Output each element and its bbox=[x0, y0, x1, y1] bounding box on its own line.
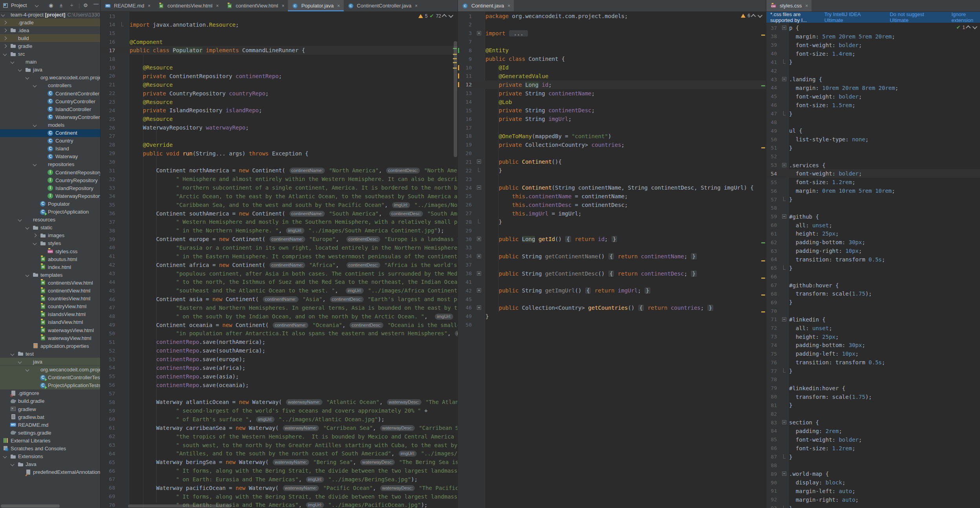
code-line-43[interactable]: 43 "populous continent, after Asia in bo… bbox=[101, 269, 458, 278]
tree-row-styles[interactable]: styles bbox=[0, 239, 100, 247]
code-line-63[interactable]: 63 " south west, to the north by the Gre… bbox=[101, 441, 458, 450]
line-number[interactable]: 19 bbox=[101, 65, 119, 71]
fold-region-toggle[interactable] bbox=[475, 286, 485, 295]
line-number[interactable]: 25 bbox=[458, 193, 475, 199]
code-line-41[interactable]: 41 " in the Eastern Hemisphere. It compr… bbox=[101, 252, 458, 261]
line-number[interactable]: 39 bbox=[766, 42, 780, 48]
line-number[interactable]: 88 bbox=[766, 462, 780, 468]
code-line-57[interactable]: 57 bbox=[101, 389, 458, 398]
fold-region-toggle[interactable] bbox=[475, 252, 485, 261]
code-line-49[interactable]: 49} bbox=[458, 312, 766, 321]
chevron-down-icon[interactable] bbox=[35, 4, 39, 7]
code-line-30[interactable]: 30 public Long getId() { return id; } bbox=[458, 235, 766, 243]
line-number[interactable]: 14 bbox=[101, 22, 119, 27]
code-line-45[interactable]: 45 "southeast and the Atlantic Ocean to … bbox=[101, 286, 458, 295]
code-line-10[interactable]: 10 @Id bbox=[458, 63, 766, 72]
tree-row-continentcontroller[interactable]: ContinentController bbox=[0, 90, 100, 97]
line-number[interactable]: 39 bbox=[101, 236, 119, 242]
code-line-1[interactable]: 1package org.wecancodeit.com.project.mod… bbox=[458, 12, 766, 20]
line-number[interactable]: 68 bbox=[101, 485, 119, 491]
line-number[interactable]: 70 bbox=[101, 502, 119, 508]
line-number[interactable]: 42 bbox=[101, 262, 119, 268]
line-number[interactable]: 45 bbox=[766, 93, 780, 99]
tab-populator-java[interactable]: Populator.java× bbox=[288, 0, 343, 11]
line-number[interactable]: 46 bbox=[458, 305, 475, 311]
line-number[interactable]: 34 bbox=[458, 253, 475, 259]
code-line-59[interactable]: 59#github { bbox=[766, 212, 980, 221]
code-line-24[interactable]: 24 public Continent(String continentName… bbox=[458, 183, 766, 192]
code-line-56[interactable]: 56 margin: 0rem 10rem 5rem 10rem; bbox=[766, 186, 980, 195]
tree-row-aboutus-html[interactable]: aboutus.html bbox=[0, 255, 100, 263]
tree-row-images[interactable]: images bbox=[0, 232, 100, 239]
line-number[interactable]: 37 bbox=[458, 262, 475, 268]
tree-chevron-icon[interactable] bbox=[32, 162, 37, 167]
code-line-51[interactable]: 51} bbox=[766, 144, 980, 152]
tab-continentview-html[interactable]: continentView.html× bbox=[222, 0, 288, 11]
tree-row-java[interactable]: java bbox=[0, 358, 100, 365]
code-line-60[interactable]: 60 " of Earth's surface ", imgUrl: "../i… bbox=[101, 415, 458, 424]
code-line-61[interactable]: 61 Waterway carribeanSea = new Waterway(… bbox=[101, 424, 458, 432]
line-number[interactable]: 64 bbox=[766, 256, 780, 262]
line-number[interactable]: 70 bbox=[766, 308, 780, 314]
line-number[interactable]: 52 bbox=[101, 348, 119, 354]
tree-chevron-icon[interactable] bbox=[2, 36, 7, 40]
code-line-27[interactable]: 27 bbox=[101, 132, 458, 141]
fold-region-toggle[interactable] bbox=[475, 29, 485, 38]
tree-row-team-4-project[interactable]: team-4-project [project]C:\Users\13304\D bbox=[0, 11, 100, 18]
line-number[interactable]: 32 bbox=[101, 176, 119, 182]
code-line-65[interactable]: 65 Waterway beringSea = new Waterway( wa… bbox=[101, 458, 458, 466]
line-number[interactable]: 29 bbox=[101, 150, 119, 156]
code-line-13[interactable]: 13 bbox=[101, 12, 458, 20]
code-line-38[interactable]: 38 public String getContinentDesc() { re… bbox=[458, 269, 766, 278]
line-number[interactable]: 2 bbox=[458, 22, 475, 27]
code-line-37[interactable]: 37 " Western Hemisphere and mostly in th… bbox=[101, 217, 458, 226]
code-line-22[interactable]: 22 private CountryRepository countryRepo… bbox=[101, 89, 458, 98]
code-line-83[interactable]: 83section { bbox=[766, 418, 980, 427]
line-number[interactable]: 71 bbox=[766, 316, 780, 322]
code-line-26[interactable]: 26 this.continentDesc = continentDesc; bbox=[458, 201, 766, 209]
code-line-92[interactable]: 92 margin-right: auto; bbox=[766, 495, 980, 504]
horizontal-scrollbar[interactable] bbox=[128, 504, 231, 508]
line-number[interactable]: 42 bbox=[766, 68, 780, 74]
code-line-58[interactable]: 58 Waterway atlanticOcean = new Waterway… bbox=[101, 398, 458, 406]
code-line-80[interactable]: 80 transform: scale(1.75); bbox=[766, 393, 980, 401]
code-line-70[interactable]: 70 bbox=[766, 307, 980, 315]
line-number[interactable]: 18 bbox=[101, 56, 119, 62]
line-number[interactable]: 64 bbox=[101, 451, 119, 457]
tree-row-gradle[interactable]: .gradle bbox=[0, 18, 100, 26]
tree-row-index-html[interactable]: index.html bbox=[0, 263, 100, 271]
line-number[interactable]: 41 bbox=[458, 279, 475, 285]
line-number[interactable]: 24 bbox=[458, 185, 475, 191]
fold-region-toggle[interactable] bbox=[780, 212, 788, 221]
tree-chevron-icon[interactable] bbox=[2, 454, 7, 459]
tree-row-src[interactable]: src bbox=[0, 50, 100, 58]
tree-chevron-icon[interactable] bbox=[2, 28, 7, 33]
close-icon[interactable]: × bbox=[805, 3, 808, 9]
line-number[interactable]: 75 bbox=[766, 351, 780, 357]
line-number[interactable]: 46 bbox=[101, 296, 119, 302]
vertical-scrollbar[interactable] bbox=[454, 41, 457, 157]
tree-row-models[interactable]: models bbox=[0, 121, 100, 129]
line-number[interactable]: 11 bbox=[458, 73, 475, 79]
tree-row-countryrepository[interactable]: CountryRepository bbox=[0, 176, 100, 184]
tree-row-waterwaycontroller[interactable]: WaterwayController bbox=[0, 113, 100, 121]
code-line-53[interactable]: 53 continentRepo.save(europe); bbox=[101, 355, 458, 364]
line-number[interactable]: 38 bbox=[101, 228, 119, 234]
line-number[interactable]: 83 bbox=[766, 420, 780, 426]
prev-issue-icon[interactable] bbox=[442, 14, 447, 19]
line-number[interactable]: 58 bbox=[766, 205, 780, 211]
fold-region-toggle[interactable] bbox=[475, 157, 485, 166]
tree-chevron-icon[interactable] bbox=[32, 233, 37, 238]
code-line-37[interactable]: 37 bbox=[458, 261, 766, 269]
line-number[interactable]: 1 bbox=[458, 13, 475, 19]
expand-all-icon[interactable]: ± bbox=[60, 3, 62, 8]
tree-chevron-icon[interactable] bbox=[10, 60, 15, 64]
tree-row-islandsview-html[interactable]: islandsView.html bbox=[0, 311, 100, 318]
line-number[interactable]: 46 bbox=[766, 102, 780, 108]
line-number[interactable]: 65 bbox=[766, 265, 780, 271]
code-line-49[interactable]: 49ul { bbox=[766, 126, 980, 135]
tree-row-gradlew[interactable]: gradlew bbox=[0, 405, 100, 413]
editor3-inspection-widget[interactable]: ✔ 1 bbox=[956, 24, 976, 30]
code-line-79[interactable]: 79#linkedin:hover { bbox=[766, 384, 980, 393]
code-line-27[interactable]: 27 this.imgUrl = imgUrl; bbox=[458, 209, 766, 218]
